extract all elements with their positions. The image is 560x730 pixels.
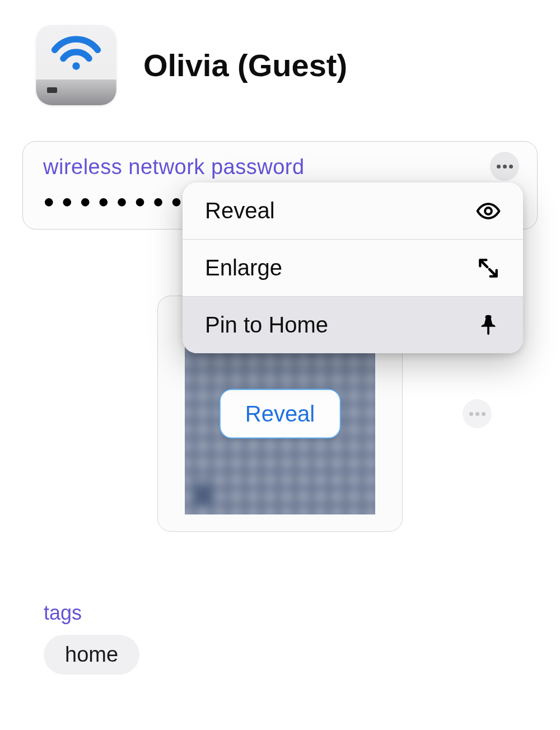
menu-item-reveal[interactable]: Reveal [183, 182, 523, 240]
password-more-button[interactable] [490, 152, 519, 181]
qr-reveal-button[interactable]: Reveal [220, 389, 341, 439]
wifi-router-icon [36, 25, 116, 105]
eye-icon [476, 199, 501, 223]
header: Olivia (Guest) [0, 0, 560, 105]
router-led [47, 87, 57, 93]
pin-icon [476, 313, 501, 338]
tags-section: tags home [44, 601, 139, 675]
menu-item-pin-to-home[interactable]: Pin to Home [183, 297, 523, 353]
page-title: Olivia (Guest) [143, 47, 347, 83]
wifi-icon [49, 32, 103, 73]
menu-item-label: Reveal [205, 198, 275, 223]
svg-point-1 [485, 208, 492, 214]
menu-item-label: Pin to Home [205, 312, 328, 338]
tag-pill[interactable]: home [44, 635, 139, 675]
more-horizontal-icon [497, 165, 501, 169]
menu-item-enlarge[interactable]: Enlarge [183, 240, 523, 297]
svg-point-0 [72, 62, 80, 69]
expand-icon [476, 256, 501, 280]
more-horizontal-icon [469, 412, 473, 416]
qr-more-button[interactable] [463, 399, 492, 428]
tags-label: tags [44, 601, 139, 625]
menu-item-label: Enlarge [205, 255, 282, 280]
context-menu: Reveal Enlarge Pin to Home [183, 182, 523, 353]
password-field-label: wireless network password [43, 155, 517, 179]
